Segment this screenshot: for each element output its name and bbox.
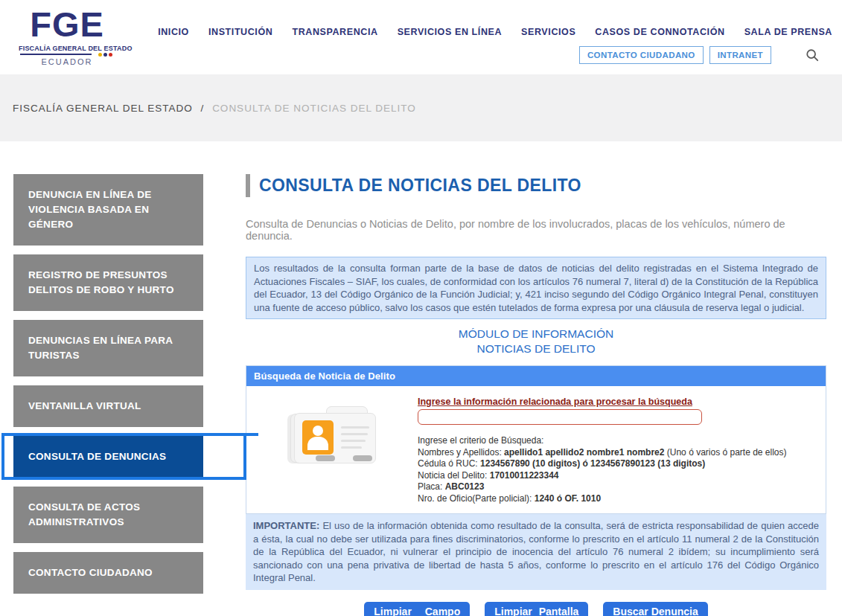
sidebar: DENUNCIA EN LÍNEA DE VIOLENCIA BASADA EN… [13, 174, 203, 616]
module-heading-line1: MÓDULO DE INFORMACIÓN [246, 327, 826, 341]
module-heading-line2: NOTICIAS DE DELITO [246, 341, 826, 356]
ecuador-flag-dots-icon [98, 53, 112, 57]
search-criteria: Ingrese el criterio de Búsqueda: Nombres… [418, 435, 818, 504]
search-icon[interactable] [806, 48, 819, 62]
important-notice-box: IMPORTANTE: El uso de la información obt… [246, 514, 826, 590]
module-heading: MÓDULO DE INFORMACIÓN NOTICIAS DE DELITO [246, 327, 826, 356]
search-input[interactable] [418, 409, 702, 425]
breadcrumb-separator: / [201, 103, 205, 114]
nav-item-servicios[interactable]: SERVICIOS [521, 27, 575, 37]
sidebar-item-contacto-ciudadano[interactable]: CONTACTO CIUDADANO [13, 552, 203, 594]
criteria-row-cedula: Cédula ó RUC: 1234567890 (10 digitos) ó … [418, 458, 818, 470]
content: DENUNCIA EN LÍNEA DE VIOLENCIA BASADA EN… [0, 141, 842, 616]
site-header: FGE FISCALÍA GENERAL DEL ESTADO ECUADOR … [0, 0, 842, 74]
legal-notice-box: Los resultados de la consulta forman par… [246, 257, 826, 319]
main-nav: INICIO INSTITUCIÓN TRANSPARENCIA SERVICI… [158, 6, 832, 64]
nav-item-casos-de-connotacion[interactable]: CASOS DE CONNOTACIÓN [595, 27, 724, 37]
search-input-label: Ingrese la información relacionada para … [418, 397, 818, 407]
page-title: CONSULTA DE NOTICIAS DEL DELITO [259, 174, 581, 197]
logo-country: ECUADOR [19, 57, 115, 66]
fge-logo[interactable]: FGE FISCALÍA GENERAL DEL ESTADO ECUADOR [19, 6, 115, 66]
search-panel: Búsqueda de Noticia de Delito [246, 365, 826, 514]
search-form: Ingrese la información relacionada para … [418, 397, 818, 504]
search-panel-body: Ingrese la información relacionada para … [246, 386, 826, 513]
criteria-row-noticia: Noticia del Delito: 17010011223344 [418, 470, 818, 482]
page-title-block: CONSULTA DE NOTICIAS DEL DELITO [246, 174, 826, 197]
page: FGE FISCALÍA GENERAL DEL ESTADO ECUADOR … [0, 0, 842, 616]
action-buttons: Limpiar Campo Limpiar Pantalla Buscar De… [246, 602, 826, 616]
buscar-denuncia-button[interactable]: Buscar Denuncia [603, 602, 707, 616]
main-panel: CONSULTA DE NOTICIAS DEL DELITO Consulta… [246, 174, 826, 616]
important-notice-lead: IMPORTANTE: [253, 520, 319, 531]
nav-item-servicios-en-linea[interactable]: SERVICIOS EN LÍNEA [398, 27, 502, 37]
nav-item-sala-de-prensa[interactable]: SALA DE PRENSA [744, 27, 832, 37]
sidebar-item-ventanilla-virtual[interactable]: VENTANILLA VIRTUAL [13, 385, 203, 427]
criteria-row-placa: Placa: ABC0123 [418, 481, 818, 493]
breadcrumb-band: FISCALÍA GENERAL DEL ESTADO / CONSULTA D… [0, 74, 842, 141]
breadcrumb: FISCALÍA GENERAL DEL ESTADO / CONSULTA D… [13, 103, 416, 114]
nav-item-inicio[interactable]: INICIO [158, 27, 189, 37]
logo-name: FISCALÍA GENERAL DEL ESTADO [19, 45, 115, 52]
page-subtitle: Consulta de Denuncias o Noticias de Deli… [246, 218, 826, 242]
sidebar-item-denuncias-turistas[interactable]: DENUNCIAS EN LÍNEA PARA TURISTAS [13, 320, 203, 376]
sidebar-item-consulta-actos-administrativos[interactable]: CONSULTA DE ACTOS ADMINISTRATIVOS [13, 487, 203, 543]
intranet-button[interactable]: INTRANET [709, 46, 771, 64]
logo-rule [20, 54, 92, 55]
title-accent-bar [246, 174, 250, 197]
nav-links: INICIO INSTITUCIÓN TRANSPARENCIA SERVICI… [158, 27, 832, 37]
sidebar-item-label: CONSULTA DE DENUNCIAS [28, 451, 166, 462]
criteria-row-oficio: Nro. de Oficio(Parte policial): 1240 ó O… [418, 493, 818, 505]
sidebar-item-denuncia-violencia-genero[interactable]: DENUNCIA EN LÍNEA DE VIOLENCIA BASADA EN… [13, 174, 203, 246]
nav-secondary: CONTACTO CIUDADANO INTRANET [579, 46, 832, 64]
search-panel-header: Búsqueda de Noticia de Delito [246, 366, 826, 386]
breadcrumb-root[interactable]: FISCALÍA GENERAL DEL ESTADO [13, 103, 193, 114]
criteria-intro: Ingrese el criterio de Búsqueda: [418, 435, 818, 447]
person-icon [302, 420, 334, 455]
breadcrumb-current: CONSULTA DE NOTICIAS DEL DELITO [212, 103, 416, 114]
logo-acronym: FGE [19, 6, 115, 43]
limpiar-pantalla-button[interactable]: Limpiar Pantalla [485, 602, 588, 616]
nav-item-transparencia[interactable]: TRANSPARENCIA [292, 27, 377, 37]
criteria-row-nombres: Nombres y Apellidos: apellido1 apellido2… [418, 447, 818, 459]
nav-item-institucion[interactable]: INSTITUCIÓN [208, 27, 272, 37]
limpiar-campo-button[interactable]: Limpiar Campo [364, 602, 470, 616]
sidebar-item-consulta-de-denuncias[interactable]: CONSULTA DE DENUNCIAS [13, 436, 203, 478]
important-notice-body: El uso de la información obtenida como r… [253, 520, 819, 583]
contacto-ciudadano-button[interactable]: CONTACTO CIUDADANO [579, 46, 704, 64]
sidebar-item-registro-robo-hurto[interactable]: REGISTRO DE PRESUNTOS DELITOS DE ROBO Y … [13, 254, 203, 311]
id-card-icon [287, 402, 384, 468]
